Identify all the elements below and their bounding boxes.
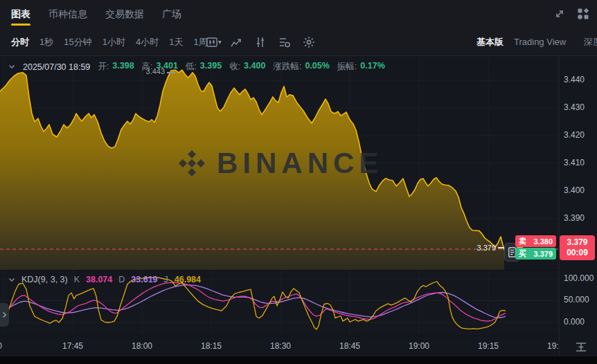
chart-toolbar: 分时1秒15分钟1小时4小时1天1周▾ <box>0 28 597 56</box>
buy-label: 买 <box>519 248 526 259</box>
drawing-tools-icon[interactable] <box>229 35 243 49</box>
tool-icons <box>205 28 316 56</box>
ohlc-legend: 2025/07/30 18:59 开:3.398高:3.401低:3.395收:… <box>8 61 385 73</box>
legend-field-value: 0.05% <box>305 61 329 73</box>
legend-fields: 开:3.398高:3.401低:3.395收:3.400涨跌幅:0.05%振幅:… <box>98 61 384 73</box>
kdj-j-value: 46.984 <box>175 275 201 284</box>
fullscreen-icon[interactable] <box>553 7 567 21</box>
trading-chart-window: 图表币种信息交易数据广场 分时1秒15分钟1小时4小时1天1周▾ <box>0 0 597 364</box>
interval-15分钟[interactable]: 15分钟 <box>64 36 91 48</box>
sell-value: 3.380 <box>533 237 553 246</box>
price-tick-3.420: 3.420 <box>564 130 585 140</box>
legend-field: 低:3.395 <box>186 61 222 73</box>
price-tick-3.430: 3.430 <box>564 102 585 112</box>
nav-tab-交易数据[interactable]: 交易数据 <box>105 0 144 28</box>
view-基本版[interactable]: 基本版 <box>476 28 504 56</box>
price-area-fill <box>0 70 504 270</box>
legend-field-label: 振幅: <box>337 61 357 73</box>
price-tick-3.400: 3.400 <box>564 185 585 195</box>
time-label-19:00: 19:00 <box>409 341 429 351</box>
legend-field-value: 0.17% <box>360 61 384 73</box>
time-label-17:30: 17:30 <box>0 341 2 351</box>
indicators-icon[interactable] <box>253 35 267 49</box>
axis-scale-icon[interactable] <box>573 340 589 354</box>
interval-4小时[interactable]: 4小时 <box>136 36 159 48</box>
axis-price-countdown-badge: 3.379 00:09 <box>560 235 595 260</box>
bottom-strip <box>0 356 597 364</box>
price-axis-divider <box>559 56 560 356</box>
buy-value: 3.379 <box>533 250 553 258</box>
nav-tab-币种信息[interactable]: 币种信息 <box>48 0 87 28</box>
legend-field: 高:3.401 <box>142 61 178 73</box>
nav-active-underline <box>11 24 30 26</box>
sell-price-badge[interactable]: 卖 3.380 <box>515 235 556 247</box>
current-price-tick <box>498 247 504 248</box>
pane-expand-handle[interactable] <box>0 303 9 327</box>
kdj-d-label: D <box>118 275 125 284</box>
time-label-19:30: 19:30 <box>547 341 559 351</box>
kdj-k-label: K <box>74 275 80 284</box>
price-tick-3.410: 3.410 <box>564 158 585 167</box>
time-label-18:30: 18:30 <box>270 341 291 351</box>
time-label-19:15: 19:15 <box>478 341 499 351</box>
interval-1秒[interactable]: 1秒 <box>39 36 53 48</box>
kdj-d-value: 33.619 <box>131 275 157 284</box>
nav-tab-图表[interactable]: 图表 <box>11 0 30 28</box>
kdj-line-D <box>8 285 506 318</box>
price-tick-3.440: 3.440 <box>564 75 585 84</box>
kdj-line-K <box>8 282 506 321</box>
view-Trading View[interactable]: Trading View <box>514 28 566 56</box>
view-深度图[interactable]: 深度图 <box>584 28 597 56</box>
kdj-lines <box>8 277 506 330</box>
interval-分时[interactable]: 分时 <box>11 36 29 48</box>
settings-gear-icon[interactable] <box>302 35 316 49</box>
time-label-18:00: 18:00 <box>132 341 152 351</box>
interval-1小时[interactable]: 1小时 <box>103 36 125 48</box>
interval-selector: 分时1秒15分钟1小时4小时1天1周▾ <box>11 28 222 56</box>
kdj-legend: KDJ(9, 3, 3) K 38.074 D 33.619 J 46.984 <box>8 275 201 284</box>
legend-field-label: 收: <box>229 61 240 73</box>
price-chart-canvas[interactable] <box>0 57 559 270</box>
kdj-tick-0.000: 0.000 <box>564 317 585 327</box>
time-label-18:45: 18:45 <box>339 341 360 351</box>
nav-tab-广场[interactable]: 广场 <box>162 0 181 28</box>
nav-tabs: 图表币种信息交易数据广场 <box>11 0 181 28</box>
kdj-j-label: J <box>164 275 168 284</box>
axis-badge-countdown: 00:09 <box>567 248 588 258</box>
legend-field-label: 低: <box>186 61 197 73</box>
legend-field-value: 3.400 <box>244 61 265 73</box>
legend-collapse-icon[interactable] <box>8 64 15 69</box>
legend-field: 收:3.400 <box>229 61 265 73</box>
sell-label: 卖 <box>519 236 526 246</box>
legend-field-label: 开: <box>98 61 109 73</box>
legend-field-value: 3.398 <box>112 61 134 73</box>
time-label-18:15: 18:15 <box>201 341 222 351</box>
layout-grid-icon[interactable] <box>576 7 590 21</box>
current-price-label: 3.379 <box>454 244 496 252</box>
kdj-line-J <box>8 277 506 330</box>
nav-action-icons <box>553 0 590 28</box>
legend-field-label: 高: <box>142 61 153 73</box>
buy-price-badge[interactable]: 买 3.379 <box>515 248 556 260</box>
kdj-k-value: 38.074 <box>86 275 112 284</box>
legend-field-label: 涨跌幅: <box>273 61 301 73</box>
legend-field-value: 3.395 <box>200 61 222 73</box>
kdj-collapse-icon[interactable] <box>8 277 15 282</box>
legend-field: 涨跌幅:0.05% <box>273 61 329 73</box>
legend-field: 开:3.398 <box>98 61 134 73</box>
axis-badge-price: 3.379 <box>567 237 587 248</box>
price-tick-3.390: 3.390 <box>564 213 585 223</box>
kline-style-icon[interactable] <box>205 35 219 49</box>
kdj-tick-100.000: 100.000 <box>564 273 594 283</box>
kdj-title: KDJ(9, 3, 3) <box>21 275 68 284</box>
time-label-17:45: 17:45 <box>62 341 83 351</box>
top-navbar: 图表币种信息交易数据广场 <box>0 0 597 28</box>
interval-1天[interactable]: 1天 <box>169 36 183 48</box>
legend-datetime: 2025/07/30 18:59 <box>23 62 90 72</box>
legend-field-value: 3.401 <box>157 61 178 73</box>
kdj-tick-50.000: 50.000 <box>564 295 589 304</box>
indicator-list-icon[interactable] <box>278 35 292 49</box>
time-axis[interactable]: 17:3017:4518:0018:1518:3018:4519:0019:15… <box>0 336 559 356</box>
legend-field: 振幅:0.17% <box>337 61 385 73</box>
